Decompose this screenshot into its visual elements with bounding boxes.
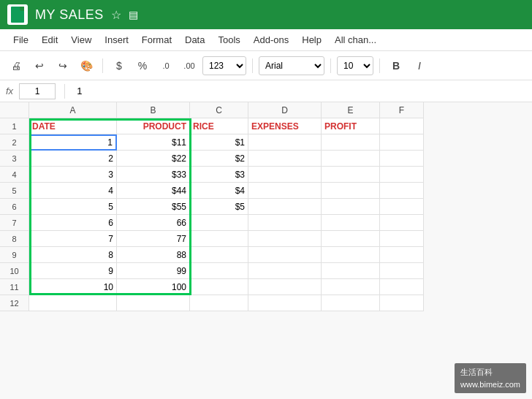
cell-12-1[interactable] <box>117 295 190 311</box>
print-button[interactable]: 🖨 <box>6 56 26 76</box>
cell-8-1[interactable]: 77 <box>117 231 190 247</box>
cell-2-5[interactable] <box>380 134 424 151</box>
cell-2-3[interactable] <box>248 134 322 151</box>
cell-11-5[interactable] <box>380 279 424 295</box>
menu-item-help[interactable]: Help <box>296 31 327 48</box>
paint-format-button[interactable]: 🎨 <box>76 56 96 76</box>
menu-item-data[interactable]: Data <box>179 31 210 48</box>
cell-4-5[interactable] <box>380 167 424 183</box>
cell-9-2[interactable] <box>190 247 248 263</box>
cell-10-4[interactable] <box>322 263 380 279</box>
cell-4-2[interactable]: $3 <box>190 167 248 183</box>
cell-2-2[interactable]: $1 <box>190 134 248 151</box>
cell-1-5[interactable] <box>380 118 424 134</box>
menu-item-file[interactable]: File <box>7 31 34 48</box>
cell-3-4[interactable] <box>322 151 380 167</box>
cell-11-3[interactable] <box>248 279 322 295</box>
cell-2-4[interactable] <box>322 134 380 151</box>
cell-7-2[interactable] <box>190 215 248 231</box>
cell-3-0[interactable]: 2 <box>29 151 117 167</box>
cell-5-1[interactable]: $44 <box>117 183 190 199</box>
cell-4-0[interactable]: 3 <box>29 167 117 183</box>
cell-9-4[interactable] <box>322 247 380 263</box>
currency-button[interactable]: $ <box>109 56 129 76</box>
cell-12-5[interactable] <box>380 295 424 311</box>
cell-12-3[interactable] <box>248 295 322 311</box>
cell-12-0[interactable] <box>29 295 117 311</box>
col-header-a[interactable]: A <box>29 102 117 118</box>
cell-9-5[interactable] <box>380 247 424 263</box>
cell-6-0[interactable]: 5 <box>29 199 117 215</box>
cell-10-1[interactable]: 99 <box>117 263 190 279</box>
cell-9-0[interactable]: 8 <box>29 247 117 263</box>
cell-3-1[interactable]: $22 <box>117 151 190 167</box>
cell-7-0[interactable]: 6 <box>29 215 117 231</box>
cell-3-2[interactable]: $2 <box>190 151 248 167</box>
cell-11-2[interactable] <box>190 279 248 295</box>
cell-3-3[interactable] <box>248 151 322 167</box>
cell-11-0[interactable]: 10 <box>29 279 117 295</box>
cell-5-3[interactable] <box>248 183 322 199</box>
more-formats-select[interactable]: 123 <box>202 56 246 75</box>
cell-9-1[interactable]: 88 <box>117 247 190 263</box>
cell-8-0[interactable]: 7 <box>29 231 117 247</box>
cell-10-5[interactable] <box>380 263 424 279</box>
cell-4-3[interactable] <box>248 167 322 183</box>
cell-11-1[interactable]: 100 <box>117 279 190 295</box>
cell-7-3[interactable] <box>248 215 322 231</box>
italic-button[interactable]: I <box>409 56 430 76</box>
cell-5-0[interactable]: 4 <box>29 183 117 199</box>
dec-incr-button[interactable]: .00 <box>179 56 200 76</box>
font-family-select[interactable]: Arial <box>259 56 324 75</box>
menu-item-edit[interactable]: Edit <box>36 31 64 48</box>
cell-6-5[interactable] <box>380 199 424 215</box>
cell-10-2[interactable] <box>190 263 248 279</box>
formula-input[interactable] <box>74 83 526 99</box>
document-title[interactable]: MY SALES <box>35 7 104 23</box>
cell-4-4[interactable] <box>322 167 380 183</box>
cell-8-5[interactable] <box>380 231 424 247</box>
cell-10-3[interactable] <box>248 263 322 279</box>
col-header-d[interactable]: D <box>248 102 322 118</box>
cell-7-1[interactable]: 66 <box>117 215 190 231</box>
redo-button[interactable]: ↪ <box>53 56 73 76</box>
cell-1-3[interactable]: EXPENSES <box>248 118 322 134</box>
menu-item-view[interactable]: View <box>65 31 97 48</box>
font-size-select[interactable]: 10 <box>337 56 373 75</box>
col-header-e[interactable]: E <box>322 102 380 118</box>
cell-8-4[interactable] <box>322 231 380 247</box>
cell-7-5[interactable] <box>380 215 424 231</box>
percent-button[interactable]: % <box>132 56 153 76</box>
cell-5-4[interactable] <box>322 183 380 199</box>
col-header-b[interactable]: B <box>117 102 190 118</box>
cell-7-4[interactable] <box>322 215 380 231</box>
col-header-f[interactable]: F <box>380 102 424 118</box>
cell-9-3[interactable] <box>248 247 322 263</box>
cell-6-2[interactable]: $5 <box>190 199 248 215</box>
cell-10-0[interactable]: 9 <box>29 263 117 279</box>
cell-6-4[interactable] <box>322 199 380 215</box>
menu-item-insert[interactable]: Insert <box>99 31 134 48</box>
cell-8-2[interactable] <box>190 231 248 247</box>
dec-decr-button[interactable]: .0 <box>156 56 176 76</box>
undo-button[interactable]: ↩ <box>29 56 50 76</box>
cell-1-4[interactable]: PROFIT <box>322 118 380 134</box>
cell-11-4[interactable] <box>322 279 380 295</box>
menu-item-tools[interactable]: Tools <box>212 31 246 48</box>
drive-icon[interactable]: ▤ <box>129 9 138 20</box>
cell-6-3[interactable] <box>248 199 322 215</box>
cell-4-1[interactable]: $33 <box>117 167 190 183</box>
cell-2-0[interactable]: 1 <box>29 134 117 151</box>
cell-12-2[interactable] <box>190 295 248 311</box>
cell-2-1[interactable]: $11 <box>117 134 190 151</box>
menu-item-allchan[interactable]: All chan... <box>329 31 382 48</box>
star-icon[interactable]: ☆ <box>111 8 121 22</box>
menu-item-addons[interactable]: Add-ons <box>248 31 294 48</box>
cell-8-3[interactable] <box>248 231 322 247</box>
menu-item-format[interactable]: Format <box>136 31 178 48</box>
cell-1-1[interactable]: PRODUCT <box>117 118 190 134</box>
cell-3-5[interactable] <box>380 151 424 167</box>
cell-6-1[interactable]: $55 <box>117 199 190 215</box>
cell-1-0[interactable]: DATE <box>29 118 117 134</box>
cell-12-4[interactable] <box>322 295 380 311</box>
